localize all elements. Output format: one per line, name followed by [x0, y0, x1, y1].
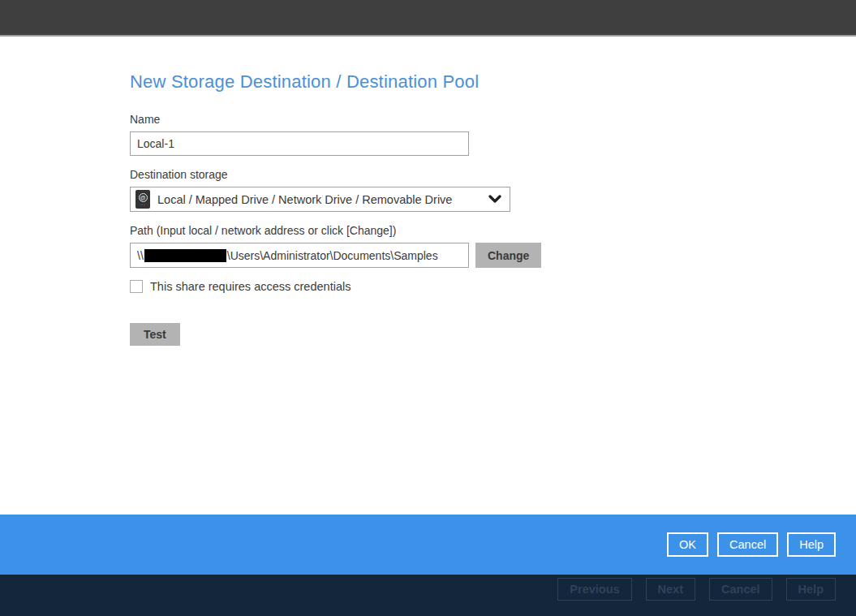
help-button[interactable]: Help — [787, 532, 836, 557]
wizard-previous-button[interactable]: Previous — [557, 578, 631, 601]
credentials-checkbox-label: This share requires access credentials — [150, 280, 351, 293]
name-field-group: Name — [130, 113, 856, 156]
name-label: Name — [130, 113, 856, 126]
path-prefix: \\ — [137, 249, 144, 262]
wizard-help-button[interactable]: Help — [786, 578, 836, 601]
dialog-footer-bar: OK Cancel Help — [0, 515, 856, 575]
cancel-button[interactable]: Cancel — [717, 532, 778, 557]
credentials-checkbox[interactable] — [130, 280, 143, 293]
path-label: Path (Input local / network address or c… — [130, 224, 856, 237]
path-field-group: Path (Input local / network address or c… — [130, 224, 856, 268]
test-button[interactable]: Test — [130, 323, 180, 346]
destination-storage-select[interactable]: @ ... Local / Mapped Drive / Network Dri… — [130, 187, 510, 212]
wizard-footer-bar: Previous Next Cancel Help — [0, 575, 856, 616]
wizard-next-button[interactable]: Next — [646, 578, 695, 601]
path-input[interactable]: \\ \Users\Administrator\Documents\Sample… — [130, 243, 469, 268]
credentials-checkbox-row: This share requires access credentials — [130, 280, 856, 293]
name-input[interactable] — [130, 131, 469, 156]
chevron-down-icon — [488, 192, 501, 207]
destination-storage-group: Destination storage @ ... Local / Mapped… — [130, 168, 856, 212]
window-title-bar — [0, 0, 856, 37]
ok-button[interactable]: OK — [667, 532, 708, 557]
redacted-path-segment — [144, 249, 226, 262]
path-suffix: \Users\Administrator\Documents\Samples — [227, 249, 438, 262]
page-title: New Storage Destination / Destination Po… — [130, 71, 856, 93]
destination-storage-label: Destination storage — [130, 168, 856, 181]
destination-storage-selected-value: Local / Mapped Drive / Network Drive / R… — [157, 193, 484, 206]
dialog-body: New Storage Destination / Destination Po… — [0, 38, 856, 515]
wizard-cancel-button[interactable]: Cancel — [709, 578, 772, 601]
change-button[interactable]: Change — [475, 243, 541, 268]
drive-icon: @ ... — [135, 190, 150, 209]
